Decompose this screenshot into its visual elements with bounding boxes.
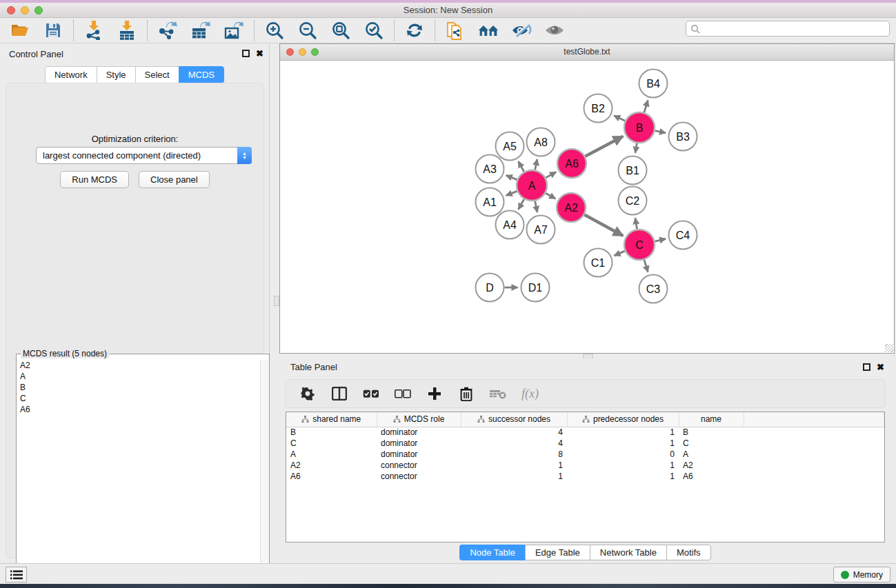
column-header-predecessor-nodes[interactable]: predecessor nodes — [567, 412, 679, 427]
export-table-icon[interactable] — [190, 20, 211, 41]
mcds-result-item[interactable]: A2 — [17, 360, 260, 371]
table-cell[interactable]: 4 — [461, 427, 567, 438]
select-all-columns-icon[interactable] — [363, 385, 379, 402]
window-resize-grip[interactable] — [885, 344, 893, 352]
mcds-result-item[interactable]: B — [17, 382, 260, 393]
tab-network[interactable]: Network — [45, 66, 97, 83]
criterion-dropdown[interactable]: largest connected component (directed) ▲… — [36, 147, 252, 164]
refresh-icon[interactable] — [404, 20, 425, 41]
table-cell[interactable]: A2 — [679, 460, 744, 471]
graph-node-B[interactable]: B — [624, 112, 655, 143]
table-row[interactable]: A6connector11A6 — [286, 471, 884, 482]
table-cell[interactable]: 1 — [567, 427, 679, 438]
table-cell[interactable]: C — [679, 438, 744, 449]
table-cell[interactable] — [744, 449, 884, 460]
graph-node-C1[interactable]: C1 — [584, 249, 613, 277]
graph-node-C3[interactable]: C3 — [639, 275, 668, 303]
graph-node-A6[interactable]: A6 — [557, 149, 586, 178]
mcds-result-item[interactable]: C — [17, 393, 260, 404]
table-cell[interactable]: dominator — [377, 427, 461, 438]
graph-node-D1[interactable]: D1 — [521, 274, 550, 302]
table-cell[interactable]: A6 — [286, 471, 377, 482]
tab-mcds[interactable]: MCDS — [179, 66, 224, 83]
table-close-panel-icon[interactable]: ✖ — [877, 362, 884, 372]
delete-column-trash-icon[interactable] — [458, 385, 475, 402]
graph-node-C[interactable]: C — [624, 230, 655, 260]
mcds-list-scrollbar[interactable] — [260, 360, 268, 588]
graph-node-C4[interactable]: C4 — [669, 221, 697, 250]
clone-network-icon[interactable] — [445, 20, 466, 41]
zoom-in-icon[interactable] — [264, 20, 285, 41]
table-cell[interactable]: B — [679, 427, 744, 438]
hide-selected-icon[interactable] — [511, 20, 532, 41]
graph-node-A1[interactable]: A1 — [476, 188, 504, 216]
zoom-fit-icon[interactable] — [330, 20, 351, 41]
tab-edge-table[interactable]: Edge Table — [525, 545, 590, 560]
table-cell[interactable] — [744, 438, 884, 449]
export-image-icon[interactable] — [223, 20, 244, 41]
show-column-panel-icon[interactable] — [331, 385, 348, 402]
table-float-panel-icon[interactable] — [863, 363, 870, 371]
graph-node-B4[interactable]: B4 — [639, 70, 668, 98]
import-network-icon[interactable] — [83, 20, 104, 41]
table-cell[interactable]: B — [286, 427, 377, 438]
table-cell[interactable] — [744, 460, 884, 471]
graph-node-A3[interactable]: A3 — [476, 155, 504, 183]
table-cell[interactable]: A2 — [286, 460, 377, 471]
table-cell[interactable]: 1 — [567, 438, 679, 449]
tab-node-table[interactable]: Node Table — [459, 545, 525, 560]
table-settings-gear-icon[interactable] — [299, 385, 316, 402]
table-cell[interactable]: 1 — [567, 460, 679, 471]
run-mcds-button[interactable]: Run MCDS — [60, 171, 129, 188]
zoom-selected-icon[interactable] — [364, 20, 384, 41]
create-column-plus-icon[interactable] — [426, 385, 443, 402]
network-window-titlebar[interactable]: testGlobe.txt — [280, 44, 894, 61]
close-panel-button[interactable]: Close panel — [139, 171, 210, 188]
mcds-result-item[interactable]: A6 — [17, 404, 260, 415]
delete-table-icon[interactable] — [490, 385, 506, 402]
table-row[interactable]: Adominator80A — [286, 449, 884, 460]
column-header-successor-nodes[interactable]: successor nodes — [461, 412, 567, 427]
divider-handle-vertical[interactable] — [274, 296, 279, 306]
column-header-MCDS-role[interactable]: MCDS role — [377, 412, 461, 427]
graph-node-C2[interactable]: C2 — [619, 187, 647, 215]
unselect-all-columns-icon[interactable] — [395, 385, 411, 402]
task-history-button[interactable] — [6, 567, 27, 582]
show-all-icon[interactable] — [544, 20, 565, 41]
save-session-icon[interactable] — [43, 20, 63, 41]
graph-node-A2[interactable]: A2 — [557, 193, 586, 222]
table-cell[interactable]: connector — [377, 471, 461, 482]
export-network-icon[interactable] — [157, 20, 178, 41]
table-cell[interactable]: dominator — [377, 438, 461, 449]
column-header-name[interactable]: name — [679, 412, 744, 427]
tab-style[interactable]: Style — [97, 66, 135, 83]
search-input[interactable] — [700, 23, 889, 35]
table-cell[interactable]: A — [286, 449, 377, 460]
graph-node-A[interactable]: A — [517, 170, 547, 201]
mcds-result-item[interactable]: A — [17, 371, 260, 382]
tab-motifs[interactable]: Motifs — [666, 545, 711, 560]
zoom-out-icon[interactable] — [297, 20, 318, 41]
search-field[interactable] — [686, 21, 890, 37]
network-canvas[interactable]: B4B2BB3A5A8A6A3B1AA1C2A2A4A7C4CC1C3DD1 — [280, 61, 894, 353]
table-cell[interactable]: connector — [377, 460, 461, 471]
table-cell[interactable]: A6 — [679, 471, 744, 482]
first-neighbors-icon[interactable] — [478, 20, 499, 41]
import-table-icon[interactable] — [117, 20, 137, 41]
open-file-icon[interactable] — [10, 20, 30, 41]
column-header-shared-name[interactable]: shared name — [286, 412, 377, 427]
table-cell[interactable] — [744, 427, 884, 438]
graph-node-B3[interactable]: B3 — [669, 123, 697, 151]
table-cell[interactable] — [744, 471, 884, 482]
tab-network-table[interactable]: Network Table — [590, 545, 666, 560]
table-cell[interactable]: 8 — [461, 449, 567, 460]
float-panel-icon[interactable] — [242, 50, 250, 57]
graph-node-D[interactable]: D — [476, 274, 504, 302]
table-row[interactable]: Bdominator41B — [286, 427, 884, 438]
close-panel-icon[interactable]: ✖ — [256, 48, 263, 59]
table-cell[interactable]: 0 — [567, 449, 679, 460]
graph-node-A5[interactable]: A5 — [496, 132, 524, 161]
memory-button[interactable]: Memory — [833, 567, 890, 582]
table-cell[interactable]: A — [679, 449, 744, 460]
table-cell[interactable]: 1 — [567, 471, 679, 482]
